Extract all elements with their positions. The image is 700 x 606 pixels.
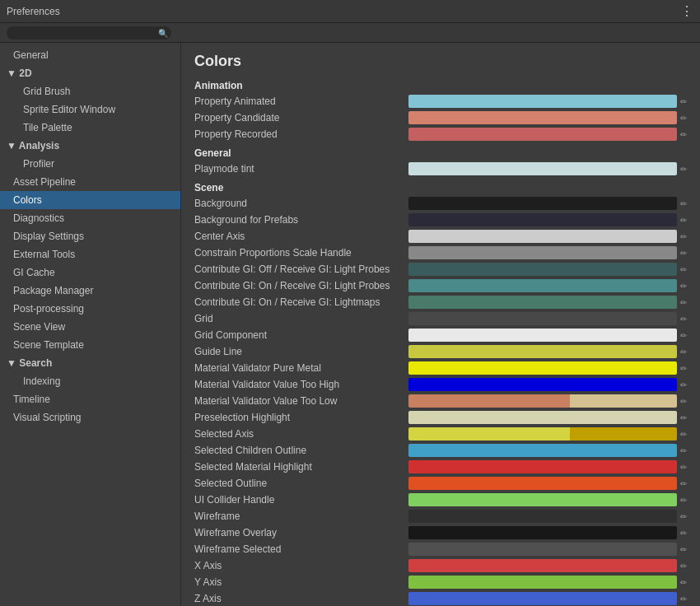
color-swatch[interactable]: [408, 378, 677, 391]
color-swatch-container[interactable]: ✏: [408, 394, 687, 408]
color-swatch[interactable]: [408, 361, 677, 375]
color-swatch[interactable]: [408, 213, 677, 226]
sidebar-item-scene-template[interactable]: Scene Template: [0, 336, 180, 354]
color-swatch-container[interactable]: ✏: [408, 279, 687, 292]
edit-color-icon[interactable]: ✏: [680, 562, 687, 571]
color-swatch-container[interactable]: ✏: [408, 263, 687, 276]
edit-color-icon[interactable]: ✏: [680, 380, 687, 389]
edit-color-icon[interactable]: ✏: [680, 265, 687, 274]
sidebar-item-analysis-header[interactable]: ▼ Analysis: [0, 137, 180, 155]
color-swatch-container[interactable]: ✏: [408, 543, 687, 556]
edit-color-icon[interactable]: ✏: [680, 331, 687, 340]
color-swatch-container[interactable]: ✏: [408, 230, 687, 243]
edit-color-icon[interactable]: ✏: [680, 512, 687, 521]
color-swatch-container[interactable]: ✏: [408, 477, 687, 490]
sidebar-item-diagnostics[interactable]: Diagnostics: [0, 209, 180, 227]
color-swatch[interactable]: [408, 477, 677, 490]
color-swatch[interactable]: [408, 345, 677, 358]
color-swatch-container[interactable]: ✏: [408, 128, 687, 141]
sidebar-item-general[interactable]: General: [0, 46, 180, 64]
color-swatch[interactable]: [408, 493, 677, 506]
edit-color-icon[interactable]: ✏: [680, 97, 687, 106]
edit-color-icon[interactable]: ✏: [680, 430, 687, 439]
edit-color-icon[interactable]: ✏: [680, 545, 687, 554]
sidebar-item-2d-header[interactable]: ▼ 2D: [0, 64, 180, 82]
color-swatch-container[interactable]: ✏: [408, 411, 687, 424]
color-swatch-container[interactable]: ✏: [408, 162, 687, 175]
color-swatch[interactable]: [408, 510, 677, 523]
edit-color-icon[interactable]: ✏: [680, 463, 687, 472]
color-swatch[interactable]: [408, 279, 677, 292]
edit-color-icon[interactable]: ✏: [680, 578, 687, 587]
color-swatch[interactable]: [408, 592, 677, 605]
color-swatch[interactable]: [408, 460, 677, 473]
color-swatch[interactable]: [408, 128, 677, 141]
edit-color-icon[interactable]: ✏: [680, 249, 687, 258]
color-swatch[interactable]: [408, 197, 677, 210]
sidebar-item-timeline[interactable]: Timeline: [0, 390, 180, 408]
color-swatch[interactable]: [408, 312, 677, 325]
sidebar-item-display-settings[interactable]: Display Settings: [0, 227, 180, 245]
sidebar-item-tile-palette[interactable]: Tile Palette: [0, 119, 180, 137]
color-swatch-container[interactable]: ✏: [408, 592, 687, 605]
sidebar-item-grid-brush[interactable]: Grid Brush: [0, 82, 180, 100]
edit-color-icon[interactable]: ✏: [680, 298, 687, 307]
color-swatch-container[interactable]: ✏: [408, 329, 687, 342]
color-swatch-container[interactable]: ✏: [408, 493, 687, 506]
sidebar-item-colors[interactable]: Colors: [0, 191, 180, 209]
color-swatch-container[interactable]: ✏: [408, 427, 687, 441]
edit-color-icon[interactable]: ✏: [680, 216, 687, 225]
sidebar-item-asset-pipeline[interactable]: Asset Pipeline: [0, 173, 180, 191]
sidebar-item-package-manager[interactable]: Package Manager: [0, 282, 180, 300]
edit-color-icon[interactable]: ✏: [680, 594, 687, 604]
edit-color-icon[interactable]: ✏: [680, 282, 687, 291]
edit-color-icon[interactable]: ✏: [680, 199, 687, 208]
edit-color-icon[interactable]: ✏: [680, 165, 687, 174]
color-swatch[interactable]: [408, 263, 677, 276]
color-swatch-container[interactable]: ✏: [408, 312, 687, 325]
edit-color-icon[interactable]: ✏: [680, 232, 687, 241]
sidebar-item-sprite-editor[interactable]: Sprite Editor Window: [0, 100, 180, 119]
color-swatch[interactable]: [408, 162, 677, 175]
color-swatch-container[interactable]: ✏: [408, 576, 687, 589]
search-input[interactable]: [7, 26, 171, 40]
edit-color-icon[interactable]: ✏: [680, 529, 687, 538]
color-swatch-container[interactable]: ✏: [408, 197, 687, 210]
edit-color-icon[interactable]: ✏: [680, 413, 687, 422]
color-swatch[interactable]: [408, 543, 677, 556]
color-swatch[interactable]: [408, 230, 677, 243]
color-swatch-container[interactable]: ✏: [408, 444, 687, 457]
color-swatch-container[interactable]: ✏: [408, 526, 687, 539]
color-swatch[interactable]: [408, 394, 677, 408]
edit-color-icon[interactable]: ✏: [680, 364, 687, 373]
color-swatch-container[interactable]: ✏: [408, 345, 687, 358]
edit-color-icon[interactable]: ✏: [680, 114, 687, 123]
sidebar-item-visual-scripting[interactable]: Visual Scripting: [0, 408, 180, 427]
color-swatch[interactable]: [408, 427, 677, 441]
color-swatch-container[interactable]: ✏: [408, 510, 687, 523]
color-swatch[interactable]: [408, 576, 677, 589]
edit-color-icon[interactable]: ✏: [680, 446, 687, 455]
sidebar-item-scene-view[interactable]: Scene View: [0, 318, 180, 336]
color-swatch[interactable]: [408, 444, 677, 457]
color-swatch-container[interactable]: ✏: [408, 246, 687, 259]
edit-color-icon[interactable]: ✏: [680, 397, 687, 406]
sidebar-item-profiler[interactable]: Profiler: [0, 155, 180, 173]
color-swatch-container[interactable]: ✏: [408, 378, 687, 391]
color-swatch[interactable]: [408, 246, 677, 259]
edit-color-icon[interactable]: ✏: [680, 315, 687, 324]
color-swatch[interactable]: [408, 111, 677, 124]
sidebar-item-post-processing[interactable]: Post-processing: [0, 300, 180, 318]
color-swatch[interactable]: [408, 411, 677, 424]
sidebar-item-external-tools[interactable]: External Tools: [0, 245, 180, 263]
sidebar-item-gi-cache[interactable]: GI Cache: [0, 263, 180, 282]
color-swatch[interactable]: [408, 95, 677, 108]
edit-color-icon[interactable]: ✏: [680, 347, 687, 357]
color-swatch-container[interactable]: ✏: [408, 361, 687, 375]
color-swatch[interactable]: [408, 329, 677, 342]
color-swatch-container[interactable]: ✏: [408, 95, 687, 108]
edit-color-icon[interactable]: ✏: [680, 130, 687, 139]
color-swatch-container[interactable]: ✏: [408, 460, 687, 473]
sidebar-item-search-header[interactable]: ▼ Search: [0, 354, 180, 372]
color-swatch[interactable]: [408, 526, 677, 539]
